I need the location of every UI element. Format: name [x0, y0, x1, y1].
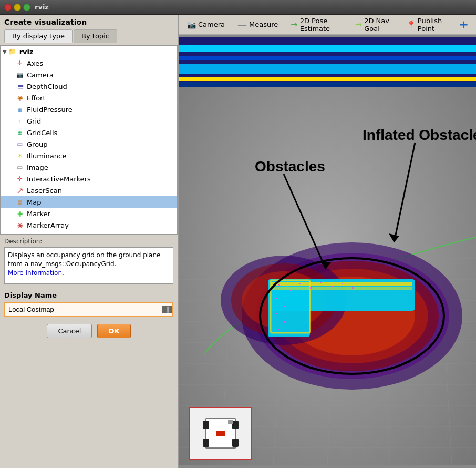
tree-item-grid-label: Grid: [27, 117, 41, 125]
tab-display-type[interactable]: By display type: [4, 29, 73, 43]
mini-map: [189, 407, 252, 460]
tab-topic[interactable]: By topic: [74, 29, 117, 43]
tree-item-camera[interactable]: 📷 Camera: [1, 69, 177, 80]
svg-rect-21: [179, 82, 476, 87]
svg-text:Obstacles: Obstacles: [255, 158, 325, 175]
svg-rect-62: [216, 431, 225, 436]
tree-item-group[interactable]: ▭ Group: [1, 138, 177, 150]
pose-estimate-icon: →: [291, 19, 297, 29]
tree-item-effort-label: Effort: [27, 94, 46, 102]
window-controls[interactable]: [4, 4, 30, 11]
maximize-button[interactable]: [23, 4, 30, 11]
tool-camera[interactable]: 📷 Camera: [183, 19, 229, 30]
laserscan-icon: ↗: [15, 186, 25, 195]
panel-title: Create visualization: [4, 18, 173, 26]
ok-button[interactable]: OK: [97, 324, 130, 338]
tree-item-illuminance[interactable]: ✶ Illuminance: [1, 150, 177, 161]
tool-pose-estimate[interactable]: → 2D Pose Estimate: [286, 15, 346, 34]
tree-item-axes[interactable]: ✛ Axes: [1, 57, 177, 69]
tool-pose-estimate-label: 2D Pose Estimate: [300, 17, 343, 33]
tree-item-marker[interactable]: ◉ Marker: [1, 208, 177, 219]
tree-item-axes-label: Axes: [27, 59, 43, 67]
group-icon: ▭: [15, 139, 25, 149]
svg-rect-48: [278, 329, 280, 330]
svg-rect-35: [278, 284, 280, 286]
tool-nav-goal[interactable]: → 2D Nav Goal: [351, 15, 398, 34]
tree-item-group-label: Group: [27, 140, 48, 148]
svg-rect-17: [179, 45, 476, 52]
rviz-toolbar: 📷 Camera — Measure → 2D Pose Estimate → …: [179, 15, 476, 35]
tree-item-depthcloud[interactable]: ≡ DepthCloud: [1, 80, 177, 92]
tree-item-image[interactable]: ▭ Image: [1, 161, 177, 173]
left-toolbar: Create visualization By display type By …: [0, 15, 178, 45]
folder-icon: 📁: [8, 47, 17, 56]
svg-text:Inflated Obstacles: Inflated Obstacles: [363, 127, 476, 143]
left-bottom-filler: [0, 342, 178, 468]
tree-root[interactable]: ▼ 📁 rviz: [1, 46, 177, 57]
tree-item-map[interactable]: ▦ Map: [1, 196, 177, 208]
svg-rect-41: [342, 283, 343, 284]
marker-icon: ◉: [15, 209, 25, 218]
left-panel: Create visualization By display type By …: [0, 15, 179, 468]
tool-publish-point[interactable]: 📍 Publish Point: [402, 15, 452, 34]
input-drag-handle[interactable]: [162, 306, 172, 313]
expand-arrow: ▼: [3, 49, 7, 55]
tree-item-effort[interactable]: ◉ Effort: [1, 92, 177, 104]
fluidpressure-icon: ▦: [15, 105, 25, 114]
tree-item-gridcells[interactable]: ▦ GridCells: [1, 127, 177, 138]
minimize-button[interactable]: [14, 4, 21, 11]
display-name-input-wrap: [4, 302, 173, 317]
tree-item-camera-label: Camera: [27, 71, 54, 79]
tool-measure[interactable]: — Measure: [233, 17, 282, 32]
odometry-icon: ↗: [15, 232, 25, 234]
add-tool-button[interactable]: +: [456, 18, 472, 31]
description-period: .: [62, 269, 64, 277]
tree-item-image-label: Image: [27, 164, 48, 171]
nav-goal-icon: →: [355, 19, 362, 29]
title-bar: rviz: [0, 0, 476, 15]
publish-point-icon: 📍: [407, 21, 416, 29]
tree-item-interactivemarkers[interactable]: ✛ InteractiveMarkers: [1, 173, 177, 185]
svg-rect-36: [289, 290, 291, 291]
svg-rect-40: [331, 286, 333, 287]
description-box: Displays an occupancy grid on the ground…: [4, 247, 173, 284]
svg-rect-20: [179, 77, 476, 81]
svg-rect-61: [232, 439, 239, 447]
gridcells-icon: ▦: [15, 128, 25, 137]
tool-nav-goal-label: 2D Nav Goal: [364, 17, 394, 33]
grid-icon: ⊞: [15, 116, 25, 126]
mini-map-svg: [190, 408, 251, 459]
display-name-input[interactable]: [4, 302, 173, 317]
tree-list[interactable]: ▼ 📁 rviz ✛ Axes 📷 Camera ≡ DepthCloud: [1, 46, 177, 234]
tree-item-laserscan-label: LaserScan: [27, 187, 62, 195]
tree-item-markerarray[interactable]: ◉ MarkerArray: [1, 219, 177, 231]
viz-svg: Obstacles Inflated Obstacles: [179, 35, 476, 468]
tree-item-fluidpressure-label: FluidPressure: [27, 106, 73, 114]
tree-item-marker-label: Marker: [27, 210, 50, 218]
tool-measure-label: Measure: [249, 21, 278, 28]
svg-rect-18: [179, 56, 476, 60]
tree-item-grid[interactable]: ⊞ Grid: [1, 115, 177, 127]
depthcloud-icon: ≡: [15, 82, 25, 91]
tree-item-map-label: Map: [27, 198, 41, 206]
tree-item-laserscan[interactable]: ↗ LaserScan: [1, 185, 177, 196]
svg-rect-39: [320, 282, 322, 283]
measure-tool-icon: —: [237, 19, 247, 30]
display-name-label: Display Name: [4, 291, 173, 299]
tree-item-illuminance-label: Illuminance: [27, 152, 66, 160]
buttons-area: Cancel OK: [0, 320, 178, 342]
close-button[interactable]: [4, 4, 12, 11]
description-area: Description: Displays an occupancy grid …: [0, 235, 178, 287]
tree-item-odometry[interactable]: ↗ Odometry: [1, 231, 177, 234]
svg-rect-58: [203, 421, 209, 429]
tool-camera-label: Camera: [198, 21, 225, 28]
more-info-link[interactable]: More Information: [8, 269, 62, 277]
viz-canvas[interactable]: Obstacles Inflated Obstacles: [179, 35, 476, 468]
cancel-button[interactable]: Cancel: [47, 324, 92, 338]
tree-item-fluidpressure[interactable]: ▦ FluidPressure: [1, 104, 177, 115]
svg-rect-19: [179, 64, 476, 74]
axes-icon: ✛: [15, 58, 25, 68]
svg-rect-46: [276, 313, 277, 314]
svg-rect-63: [228, 420, 233, 424]
tab-bar: By display type By topic: [4, 29, 173, 43]
